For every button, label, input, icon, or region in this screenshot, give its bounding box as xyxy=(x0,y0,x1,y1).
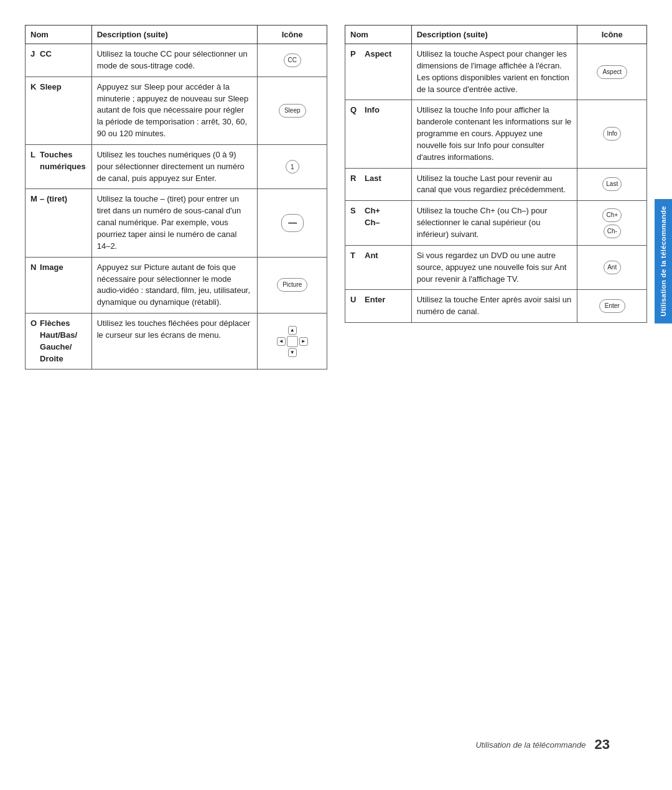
row-letter: O xyxy=(26,314,39,369)
left-header-icone: Icône xyxy=(258,26,327,44)
row-desc: Utilisez les touches numériques (0 à 9) … xyxy=(91,144,258,189)
arrow-left-icon: ◄ xyxy=(277,337,286,346)
arrow-right-icon: ► xyxy=(299,337,308,346)
ch-plus-icon: Ch+ xyxy=(602,208,622,222)
row-name: Image xyxy=(39,257,91,313)
left-header-desc: Description (suite) xyxy=(91,26,258,44)
row-icon: Enter xyxy=(577,290,647,323)
row-letter: J xyxy=(26,44,39,77)
row-desc: Appuyez sur Sleep pour accéder à la minu… xyxy=(91,77,258,144)
left-table: Nom Description (suite) Icône J CC Utili… xyxy=(25,25,327,718)
row-name: Ant xyxy=(363,245,411,290)
row-letter: U xyxy=(345,290,364,323)
row-desc: Utilisez la touche CC pour sélectionner … xyxy=(91,44,258,77)
row-icon: Aspect xyxy=(577,44,647,100)
side-label: Utilisation de la télécommande xyxy=(655,199,672,323)
picture-icon: Picture xyxy=(277,278,307,292)
row-name: Aspect xyxy=(363,44,411,100)
page-number: 23 xyxy=(595,737,610,753)
row-icon: 1 xyxy=(258,144,327,189)
row-letter: P xyxy=(345,44,364,100)
row-name: Ch+Ch– xyxy=(363,201,411,246)
row-name: Enter xyxy=(363,290,411,323)
footer-text: Utilisation de la télécommande xyxy=(475,740,586,750)
row-desc: Utilisez les touches fléchées pour dépla… xyxy=(91,314,258,369)
row-desc: Appuyez sur Picture autant de fois que n… xyxy=(91,257,258,313)
arrow-down-icon: ▼ xyxy=(288,348,297,357)
side-label-text: Utilisation de la télécommande xyxy=(660,206,667,317)
cc-icon: CC xyxy=(284,53,301,67)
row-icon: Picture xyxy=(258,257,327,313)
row-letter: M xyxy=(26,189,39,257)
table-row: O FlèchesHaut/Bas/Gauche/Droite Utilisez… xyxy=(26,314,327,369)
dash-icon: — xyxy=(281,214,304,231)
numeric-icon: 1 xyxy=(286,160,299,174)
aspect-icon: Aspect xyxy=(597,65,627,79)
row-name: Sleep xyxy=(39,77,91,144)
row-desc: Utilisez la touche Info pour afficher la… xyxy=(411,100,577,168)
row-letter: T xyxy=(345,245,364,290)
right-table: Nom Description (suite) Icône P Aspect U… xyxy=(345,25,647,718)
sleep-icon: Sleep xyxy=(279,104,306,118)
row-desc: Utilisez la touche – (tiret) pour entrer… xyxy=(91,189,258,257)
right-header-icone: Icône xyxy=(577,26,647,44)
row-letter: N xyxy=(26,257,39,313)
last-icon: Last xyxy=(602,177,622,191)
enter-icon: Enter xyxy=(599,299,625,313)
row-name: FlèchesHaut/Bas/Gauche/Droite xyxy=(39,314,91,369)
left-header-nom: Nom xyxy=(26,26,92,44)
row-desc: Utilisez la touche Enter après avoir sai… xyxy=(411,290,577,323)
row-name: Info xyxy=(363,100,411,168)
table-row: S Ch+Ch– Utilisez la touche Ch+ (ou Ch–)… xyxy=(345,201,647,246)
table-row: K Sleep Appuyez sur Sleep pour accéder à… xyxy=(26,77,327,144)
row-desc: Utilisez la touche Ch+ (ou Ch–) pour sél… xyxy=(411,201,577,246)
table-row: R Last Utilisez la touche Last pour reve… xyxy=(345,168,647,201)
row-desc: Utilisez la touche Last pour revenir au … xyxy=(411,168,577,201)
row-name: – (tiret) xyxy=(39,189,91,257)
row-icon: Ant xyxy=(577,245,647,290)
table-row: L Touchesnumériques Utilisez les touches… xyxy=(26,144,327,189)
row-name: Last xyxy=(363,168,411,201)
row-letter: Q xyxy=(345,100,364,168)
arrow-up-icon: ▲ xyxy=(288,326,297,335)
right-header-desc: Description (suite) xyxy=(411,26,577,44)
table-row: U Enter Utilisez la touche Enter après a… xyxy=(345,290,647,323)
table-row: M – (tiret) Utilisez la touche – (tiret)… xyxy=(26,189,327,257)
row-icon: Sleep xyxy=(258,77,327,144)
ch-icons: Ch+ Ch- xyxy=(582,208,642,238)
info-icon: Info xyxy=(603,127,621,141)
table-row: N Image Appuyez sur Picture autant de fo… xyxy=(26,257,327,313)
row-icon: Last xyxy=(577,168,647,201)
ant-icon: Ant xyxy=(604,261,621,274)
arrow-center-icon xyxy=(287,336,298,347)
row-desc: Utilisez la touche Aspect pour changer l… xyxy=(411,44,577,100)
row-name: Touchesnumériques xyxy=(39,144,91,189)
row-icon: ▲ ◄ ► ▼ xyxy=(258,314,327,369)
row-name: CC xyxy=(39,44,91,77)
row-icon: — xyxy=(258,189,327,257)
arrows-icon: ▲ ◄ ► ▼ xyxy=(277,326,308,357)
row-icon: CC xyxy=(258,44,327,77)
row-letter: S xyxy=(345,201,364,246)
footer: Utilisation de la télécommande 23 xyxy=(25,737,647,753)
row-desc: Si vous regardez un DVD ou une autre sou… xyxy=(411,245,577,290)
row-icon: Ch+ Ch- xyxy=(577,201,647,246)
table-row: P Aspect Utilisez la touche Aspect pour … xyxy=(345,44,647,100)
ch-minus-icon: Ch- xyxy=(604,225,621,238)
row-icon: Info xyxy=(577,100,647,168)
table-row: Q Info Utilisez la touche Info pour affi… xyxy=(345,100,647,168)
row-letter: R xyxy=(345,168,364,201)
right-header-nom: Nom xyxy=(345,26,412,44)
table-row: J CC Utilisez la touche CC pour sélectio… xyxy=(26,44,327,77)
table-row: T Ant Si vous regardez un DVD ou une aut… xyxy=(345,245,647,290)
row-letter: K xyxy=(26,77,39,144)
row-letter: L xyxy=(26,144,39,189)
